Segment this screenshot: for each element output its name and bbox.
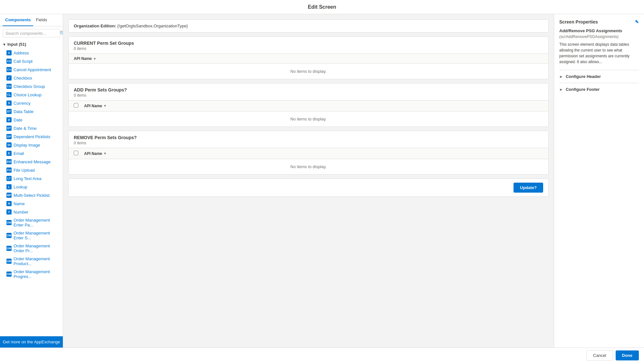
- remove-psg-count: 0 items: [74, 141, 543, 145]
- list-item[interactable]: DP Dependent Picklists: [0, 132, 63, 141]
- list-item[interactable]: N Name: [0, 199, 63, 208]
- component-name: Cancel Appointment: [14, 67, 51, 72]
- remove-empty-row: No items to display.: [69, 159, 548, 174]
- currency-icon: $: [6, 100, 12, 106]
- component-name: File Upload: [14, 168, 35, 173]
- sidebar-tabs: Components Fields: [0, 14, 63, 26]
- org-edition-label: Organization Edition:: [74, 24, 116, 28]
- component-name: Checkbox Group: [14, 84, 45, 89]
- list-item[interactable]: FU File Upload: [0, 166, 63, 174]
- list-item[interactable]: # Number: [0, 208, 63, 216]
- remove-psg-header: REMOVE Perm Sets Groups? 0 items: [69, 131, 548, 148]
- chevron-right-icon: ►: [559, 87, 563, 92]
- update-bar: Update?: [68, 178, 549, 197]
- org-edition-bar: Organization Edition: {!getOrgIsSandbox.…: [68, 19, 549, 33]
- list-item[interactable]: DI Display Image: [0, 141, 63, 149]
- configure-header-section[interactable]: ► Configure Header: [559, 70, 639, 83]
- list-item[interactable]: D Date: [0, 116, 63, 124]
- component-name: Number: [14, 210, 28, 215]
- multiselect-picklist-icon: MP: [6, 193, 12, 198]
- col-sort-icon: ▼: [93, 57, 96, 61]
- list-item[interactable]: OM Order Management Progres...: [0, 268, 63, 281]
- component-name: Enhanced Message: [14, 159, 51, 164]
- list-item[interactable]: MP Multi-Select Picklist: [0, 191, 63, 199]
- components-group-header[interactable]: ▼ Input (51): [0, 40, 63, 49]
- done-button[interactable]: Done: [616, 350, 639, 360]
- datetime-icon: DT: [6, 126, 12, 131]
- om-enter-pa-icon: OM: [6, 220, 12, 225]
- current-psg-count: 0 items: [74, 46, 543, 51]
- list-item[interactable]: OM Order Management Order Pr...: [0, 242, 63, 255]
- display-image-icon: DI: [6, 142, 12, 148]
- org-edition-value: {!getOrgIsSandbox.OrganizationType}: [117, 24, 188, 28]
- current-psg-header: CURRENT Perm Set Groups 0 items: [69, 37, 548, 54]
- component-name: Multi-Select Picklist: [14, 193, 50, 198]
- configure-footer-section[interactable]: ► Configure Footer: [559, 83, 639, 96]
- data-table-icon: DT: [6, 109, 12, 114]
- page-title: Edit Screen: [308, 4, 336, 10]
- component-name: Date: [14, 118, 22, 122]
- component-name: Long Text Area: [14, 176, 42, 181]
- om-progress-icon: OM: [6, 272, 12, 277]
- top-bar: Edit Screen: [0, 0, 644, 14]
- remove-psg-title: REMOVE Perm Sets Groups?: [74, 135, 543, 140]
- appexchange-bar[interactable]: Get more on the AppExchange: [0, 336, 63, 348]
- lookup-icon: L: [6, 184, 12, 189]
- add-psg-title: ADD Perm Sets Groups?: [74, 87, 543, 92]
- list-item[interactable]: $ Currency: [0, 99, 63, 107]
- call-script-icon: CS: [6, 59, 12, 64]
- chevron-right-icon: ►: [559, 74, 563, 79]
- component-name: Order Management Enter Pa...: [14, 218, 60, 227]
- psg-description: This screen element displays data tables…: [559, 42, 639, 65]
- list-item[interactable]: OM Order Management Enter S...: [0, 229, 63, 242]
- add-empty-row: No items to display.: [69, 111, 548, 127]
- component-name: Dependent Picklists: [14, 134, 50, 139]
- components-list: ▼ Input (51) A Address CS Call Script CA…: [0, 40, 63, 336]
- list-item[interactable]: EM Enhanced Message: [0, 158, 63, 166]
- cancel-button[interactable]: Cancel: [586, 350, 613, 361]
- component-name: Order Management Product...: [14, 256, 60, 266]
- center-content: Organization Edition: {!getOrgIsSandbox.…: [63, 14, 554, 348]
- tab-components[interactable]: Components: [3, 14, 33, 26]
- edit-icon[interactable]: ✎: [635, 19, 639, 24]
- current-table-header: API Name ▼: [69, 54, 548, 64]
- tab-fields[interactable]: Fields: [33, 14, 50, 26]
- current-psg-section: CURRENT Perm Set Groups 0 items API Name…: [68, 36, 549, 79]
- remove-select-all-checkbox[interactable]: [74, 151, 78, 155]
- list-item[interactable]: LT Long Text Area: [0, 174, 63, 183]
- list-item[interactable]: DT Data Table: [0, 107, 63, 116]
- search-icon: 🔍: [60, 31, 63, 36]
- search-box: 🔍: [0, 26, 63, 40]
- add-col-sort-icon: ▼: [103, 104, 107, 108]
- component-name: Order Management Progres...: [14, 269, 60, 279]
- add-table-header: API Name ▼: [69, 100, 548, 111]
- remove-table-header: API Name ▼: [69, 148, 548, 159]
- add-col-header: API Name ▼: [84, 104, 543, 108]
- list-item[interactable]: DT Date & Time: [0, 124, 63, 132]
- list-item[interactable]: CS Call Script: [0, 57, 63, 65]
- list-item[interactable]: E Email: [0, 149, 63, 158]
- component-name: Name: [14, 201, 25, 206]
- date-icon: D: [6, 117, 12, 122]
- search-input[interactable]: [5, 31, 60, 36]
- main-layout: Components Fields 🔍 ▼ Input (51) A Addre…: [0, 14, 644, 348]
- configure-header-label: Configure Header: [566, 74, 601, 79]
- add-select-all-checkbox[interactable]: [74, 103, 78, 108]
- update-button[interactable]: Update?: [514, 183, 543, 193]
- list-item[interactable]: CG Checkbox Group: [0, 82, 63, 91]
- current-col-header: API Name ▼: [74, 56, 543, 61]
- left-sidebar: Components Fields 🔍 ▼ Input (51) A Addre…: [0, 14, 63, 348]
- component-name: Checkbox: [14, 76, 32, 81]
- add-checkbox-space: [74, 103, 82, 109]
- list-item[interactable]: ✓ Checkbox: [0, 74, 63, 82]
- add-psg-header: ADD Perm Sets Groups? 0 items: [69, 83, 548, 100]
- list-item[interactable]: OM Order Management Product...: [0, 255, 63, 268]
- list-item[interactable]: OM Order Management Enter Pa...: [0, 216, 63, 229]
- file-upload-icon: FU: [6, 167, 12, 173]
- list-item[interactable]: A Address: [0, 49, 63, 57]
- om-product-icon: OM: [6, 259, 12, 264]
- list-item[interactable]: CA Cancel Appointment: [0, 65, 63, 74]
- component-name: Email: [14, 151, 24, 156]
- list-item[interactable]: L Lookup: [0, 183, 63, 191]
- list-item[interactable]: CL Choice Lookup: [0, 91, 63, 99]
